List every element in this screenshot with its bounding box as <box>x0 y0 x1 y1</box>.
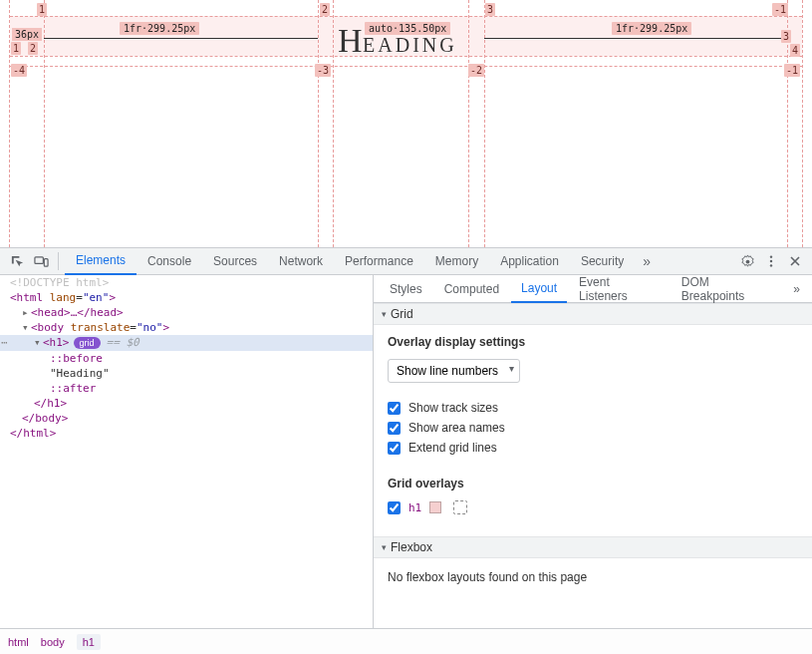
grid-track-label: 1fr·299.25px <box>120 22 199 35</box>
tab-performance[interactable]: Performance <box>334 247 424 275</box>
grid-line-v <box>318 0 319 247</box>
grid-track-label: 1fr·299.25px <box>612 22 691 35</box>
grid-line-h <box>10 16 802 17</box>
grid-track-label: auto·135.50px <box>365 22 450 35</box>
row-height-label: 36px <box>12 28 42 41</box>
svg-point-5 <box>770 264 772 266</box>
styles-sidebar: Styles Computed Layout Event Listeners D… <box>374 275 812 628</box>
grid-linenum: 3 <box>781 30 791 43</box>
show-track-sizes-checkbox[interactable] <box>388 402 401 415</box>
expand-arrow-icon[interactable] <box>22 305 31 320</box>
tabs-more[interactable]: » <box>637 253 657 269</box>
flexbox-section-header[interactable]: ▾Flexbox <box>374 536 812 558</box>
line-numbers-select[interactable]: Show line numbers <box>388 359 520 383</box>
tab-network[interactable]: Network <box>268 247 334 275</box>
overlay-color-swatch[interactable] <box>429 501 441 513</box>
grid-overlays-heading: Grid overlays <box>388 477 798 490</box>
extend-grid-lines-checkbox[interactable] <box>388 442 401 455</box>
svg-rect-1 <box>44 258 48 266</box>
dom-body-close: </body> <box>22 412 68 425</box>
dom-after[interactable]: ::after <box>50 382 96 395</box>
grid-linenum: -2 <box>468 64 484 77</box>
flexbox-empty-message: No flexbox layouts found on this page <box>374 558 812 596</box>
sidebar-tab-event-listeners[interactable]: Event Listeners <box>569 275 670 303</box>
grid-line-v <box>9 0 10 247</box>
grid-linenum: 2 <box>28 42 38 55</box>
svg-point-2 <box>745 259 749 263</box>
chevron-down-icon: ▾ <box>382 542 387 552</box>
page-preview: Heading 36px 1 2 3 -1 1 2 3 4 -4 -3 -2 -… <box>0 0 812 247</box>
grid-linenum: 3 <box>485 3 495 16</box>
grid-line-v <box>468 0 469 247</box>
close-icon[interactable] <box>784 250 806 272</box>
sidebar-tabs: Styles Computed Layout Event Listeners D… <box>374 275 812 303</box>
heading-rule-left <box>44 38 318 39</box>
overlay-settings-heading: Overlay display settings <box>388 335 798 349</box>
device-toggle-icon[interactable] <box>30 250 52 272</box>
breadcrumb-h1[interactable]: h1 <box>77 634 101 650</box>
grid-linenum: 1 <box>37 3 47 16</box>
gutter-ellipsis-icon[interactable]: ⋯ <box>1 335 8 350</box>
tab-memory[interactable]: Memory <box>424 247 489 275</box>
dollar-zero: == $0 <box>107 336 139 349</box>
show-area-names-checkbox[interactable] <box>388 422 401 435</box>
settings-icon[interactable] <box>736 250 758 272</box>
grid-linenum: -3 <box>315 64 331 77</box>
panel-tabs: Elements Console Sources Network Perform… <box>65 247 635 275</box>
grid-linenum: 1 <box>11 42 21 55</box>
overlay-pattern-button[interactable] <box>453 500 467 514</box>
collapse-arrow-icon[interactable] <box>34 335 43 350</box>
tab-application[interactable]: Application <box>489 247 570 275</box>
breadcrumb: html body h1 <box>0 628 812 654</box>
svg-rect-0 <box>34 256 42 263</box>
dom-textnode[interactable]: "Heading" <box>50 367 110 380</box>
inspect-icon[interactable] <box>6 250 28 272</box>
show-track-sizes-label: Show track sizes <box>408 401 498 415</box>
grid-badge[interactable]: grid <box>74 337 101 349</box>
collapse-arrow-icon[interactable] <box>22 320 31 335</box>
heading-rule-right <box>484 38 787 39</box>
grid-linenum: -1 <box>784 64 800 77</box>
chevron-down-icon: ▾ <box>382 309 387 319</box>
sidebar-tab-computed[interactable]: Computed <box>434 275 509 303</box>
grid-line-v <box>802 0 803 247</box>
grid-linenum: -1 <box>772 3 788 16</box>
dom-before[interactable]: ::before <box>50 352 103 365</box>
tab-security[interactable]: Security <box>570 247 635 275</box>
dom-h1-close: </h1> <box>34 397 67 410</box>
grid-linenum: -4 <box>11 64 27 77</box>
dom-tree[interactable]: <!DOCTYPE html> <html lang="en"> <head>…… <box>0 275 374 628</box>
sidebar-tabs-more[interactable]: » <box>787 282 806 296</box>
grid-linenum: 2 <box>320 3 330 16</box>
dom-doctype: <!DOCTYPE html> <box>10 276 109 289</box>
devtools-toolbar: Elements Console Sources Network Perform… <box>0 247 812 275</box>
tab-console[interactable]: Console <box>136 247 202 275</box>
grid-line-v <box>333 0 334 247</box>
extend-grid-lines-label: Extend grid lines <box>408 441 497 455</box>
breadcrumb-body[interactable]: body <box>41 636 65 648</box>
overlay-h1-label[interactable]: h1 <box>408 501 421 514</box>
show-area-names-label: Show area names <box>408 421 505 435</box>
grid-linenum: 4 <box>790 44 800 57</box>
breadcrumb-html[interactable]: html <box>8 636 29 648</box>
kebab-icon[interactable] <box>760 250 782 272</box>
tab-elements[interactable]: Elements <box>65 247 136 275</box>
overlay-h1-checkbox[interactable] <box>388 501 401 514</box>
dom-html-close: </html> <box>10 427 56 440</box>
grid-section-body: Overlay display settings Show line numbe… <box>374 325 812 536</box>
svg-point-4 <box>770 260 772 262</box>
sidebar-tab-layout[interactable]: Layout <box>511 275 567 303</box>
dom-head[interactable]: <head>…</head> <box>31 306 124 319</box>
grid-line-h <box>10 66 802 67</box>
sidebar-tab-styles[interactable]: Styles <box>380 275 432 303</box>
svg-point-3 <box>770 255 772 257</box>
grid-section-header[interactable]: ▾Grid <box>374 303 812 325</box>
dom-h1-row[interactable]: ⋯<h1>grid== $0 <box>0 335 373 351</box>
sidebar-tab-dom-breakpoints[interactable]: DOM Breakpoints <box>672 275 783 303</box>
tab-sources[interactable]: Sources <box>202 247 268 275</box>
